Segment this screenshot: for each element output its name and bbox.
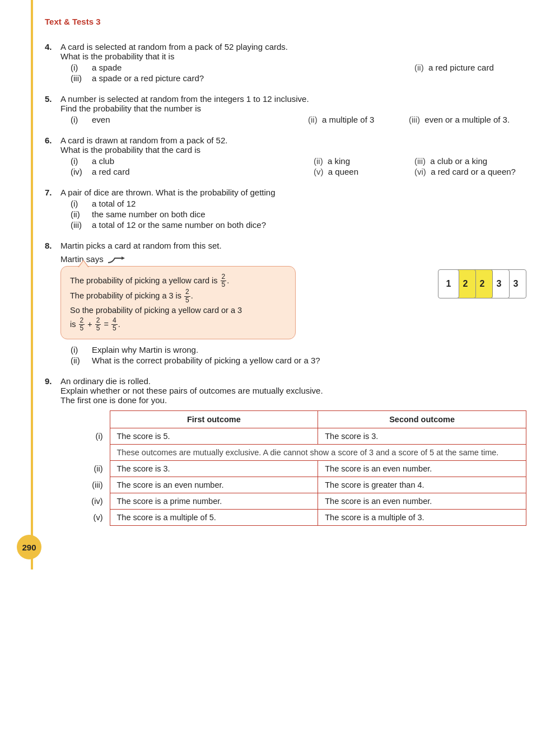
- bubble-line-2: The probability of picking a 3 is 25.: [70, 288, 286, 304]
- q8-part-ii: (ii) What is the correct probability of …: [71, 356, 526, 365]
- q9-row-iv: (iv) The score is a prime number. The sc…: [82, 493, 526, 510]
- question-6: 6. A card is drawn at random from a pack…: [45, 136, 526, 178]
- bubble-line-3: So the probability of picking a yellow c…: [70, 304, 286, 317]
- q9-first-iv: The score is a prime number.: [110, 493, 318, 510]
- left-bar-decoration: [31, 0, 33, 569]
- q5-number: 5.: [45, 94, 60, 104]
- q5-parts-row: (i) even (ii) a multiple of 3 (iii) even…: [71, 115, 526, 124]
- q9-explanation-text-i: These outcomes are mutually exclusive. A…: [110, 445, 526, 461]
- q9-number: 9.: [45, 376, 60, 386]
- q7-part-ii: (ii) the same number on both dice: [71, 209, 526, 219]
- q9-header-first: First outcome: [110, 411, 318, 428]
- q6-intro: A card is drawn at random from a pack of…: [60, 136, 526, 145]
- q9-first-v: The score is a multiple of 5.: [110, 510, 318, 526]
- q9-row-iii: (iii) The score is an even number. The s…: [82, 477, 526, 493]
- q9-second-v: The score is a multiple of 3.: [318, 510, 526, 526]
- q6-line2: What is the probability that the card is: [60, 145, 526, 155]
- q9-first-ii: The score is 3.: [110, 461, 318, 477]
- martin-section: Martin says The probability of picking a…: [60, 253, 526, 339]
- q4-line2: What is the probability that it is: [60, 52, 526, 61]
- q6-number: 6.: [45, 136, 60, 145]
- martin-arrow-icon: [107, 253, 125, 265]
- speech-bubble: The probability of picking a yellow card…: [60, 266, 296, 339]
- q6-row1: (i) a club (ii) a king (iii) a club or a…: [71, 156, 526, 166]
- question-9: 9. An ordinary die is rolled. Explain wh…: [45, 376, 526, 526]
- q4-intro: A card is selected at random from a pack…: [60, 42, 526, 52]
- q9-second-ii: The score is an even number.: [318, 461, 526, 477]
- q9-header-second: Second outcome: [318, 411, 526, 428]
- svg-marker-0: [122, 256, 125, 260]
- q9-explanation-i: These outcomes are mutually exclusive. A…: [82, 445, 526, 461]
- q9-second-i: The score is 3.: [318, 428, 526, 445]
- q4-number: 4.: [45, 42, 60, 52]
- cards-illustration: 1 2 2 3 3: [438, 269, 526, 298]
- q7-part-i: (i) a total of 12: [71, 199, 526, 208]
- q4-part-i: (i) a spade (ii) a red picture card: [71, 63, 526, 72]
- q7-intro: A pair of dice are thrown. What is the p…: [60, 188, 526, 197]
- q9-label-iv: (iv): [82, 493, 110, 510]
- q5-intro: A number is selected at random from the …: [60, 94, 526, 104]
- q9-table: First outcome Second outcome (i) The sco…: [82, 410, 526, 526]
- q9-row-v: (v) The score is a multiple of 5. The sc…: [82, 510, 526, 526]
- question-5: 5. A number is selected at random from t…: [45, 94, 526, 125]
- q9-second-iv: The score is an even number.: [318, 493, 526, 510]
- q9-label-ii: (ii): [82, 461, 110, 477]
- page: Text & Tests 3 4. A card is selected at …: [0, 0, 560, 569]
- question-4: 4. A card is selected at random from a p…: [45, 42, 526, 84]
- q8-number: 8.: [45, 241, 60, 250]
- q8-intro: Martin picks a card at random from this …: [60, 241, 526, 250]
- q9-line2: Explain whether or not these pairs of ou…: [60, 386, 526, 395]
- q9-first-iii: The score is an even number.: [110, 477, 318, 493]
- q9-intro: An ordinary die is rolled.: [60, 376, 526, 386]
- q9-row-i: (i) The score is 5. The score is 3.: [82, 428, 526, 445]
- q4-part-iii: (iii) a spade or a red picture card?: [71, 73, 526, 83]
- card-1: 1: [438, 269, 459, 298]
- q8-part-i: (i) Explain why Martin is wrong.: [71, 345, 526, 354]
- q9-label-iii: (iii): [82, 477, 110, 493]
- q9-label-i: (i): [82, 428, 110, 445]
- q9-first-i: The score is 5.: [110, 428, 318, 445]
- bubble-line-1: The probability of picking a yellow card…: [70, 273, 286, 288]
- book-title: Text & Tests 3: [45, 17, 526, 26]
- q9-row-ii: (ii) The score is 3. The score is an eve…: [82, 461, 526, 477]
- q9-label-v: (v): [82, 510, 110, 526]
- bubble-line-4: is 25 + 25 = 45.: [70, 317, 286, 332]
- martin-left: Martin says The probability of picking a…: [60, 253, 427, 339]
- q7-number: 7.: [45, 188, 60, 197]
- q7-part-iii: (iii) a total of 12 or the same number o…: [71, 220, 526, 230]
- q6-row2: (iv) a red card (v) a queen (vi) a red c…: [71, 167, 526, 176]
- question-7: 7. A pair of dice are thrown. What is th…: [45, 188, 526, 231]
- page-number: 290: [17, 535, 41, 559]
- q5-line2: Find the probability that the number is: [60, 104, 526, 113]
- question-8: 8. Martin picks a card at random from th…: [45, 241, 526, 366]
- q9-second-iii: The score is greater than 4.: [318, 477, 526, 493]
- q9-line3: The first one is done for you.: [60, 395, 526, 405]
